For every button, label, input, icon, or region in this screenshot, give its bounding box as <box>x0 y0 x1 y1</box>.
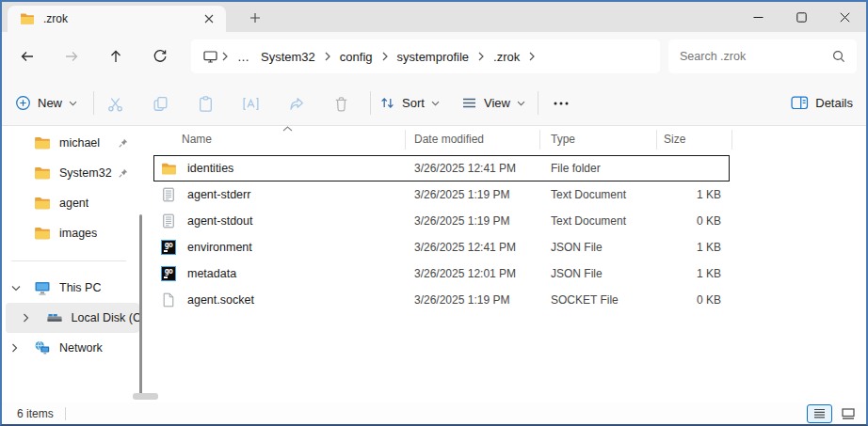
sidebar-item-local-disk-c[interactable]: Local Disk (C:) <box>6 303 139 333</box>
ellipsis-icon <box>554 102 569 105</box>
blank-file-icon <box>161 292 187 308</box>
tab-close-button[interactable] <box>200 9 218 28</box>
copy-button[interactable] <box>145 88 175 118</box>
chevron-right-icon[interactable] <box>23 313 33 323</box>
file-row-agent-socket[interactable]: agent.socket 3/26/2025 1:19 PM SOCKET Fi… <box>153 287 730 313</box>
icons-view-icon <box>842 408 855 419</box>
column-header-date-modified[interactable]: Date modified <box>414 133 484 146</box>
file-size: 1 KB <box>667 267 721 280</box>
file-name: environment <box>187 241 414 254</box>
up-button[interactable] <box>102 43 130 70</box>
sidebar-item-this-pc[interactable]: This PC <box>6 273 139 303</box>
go-app-icon: go <box>161 266 187 281</box>
trash-icon <box>332 95 350 113</box>
search-box[interactable]: Search .zrok <box>668 39 857 73</box>
details-view-toggle[interactable] <box>807 404 832 423</box>
delete-button[interactable] <box>326 88 356 118</box>
close-window-button[interactable] <box>823 2 866 32</box>
explorer-tab[interactable]: .zrok <box>8 6 226 32</box>
breadcrumb-item-systemprofile[interactable]: systemprofile <box>392 50 475 64</box>
sidebar-divider <box>11 260 126 261</box>
refresh-button[interactable] <box>146 43 174 70</box>
file-type: SOCKET File <box>551 293 667 307</box>
refresh-icon <box>152 48 169 65</box>
icons-view-toggle[interactable] <box>835 404 860 423</box>
file-date: 3/26/2025 1:19 PM <box>414 188 551 201</box>
view-button[interactable]: View <box>461 95 525 111</box>
file-date: 3/26/2025 1:19 PM <box>414 293 551 307</box>
folder-icon <box>161 161 187 177</box>
this-pc-icon[interactable] <box>202 49 218 65</box>
sidebar-item-label: agent <box>59 197 88 210</box>
file-list: Name Date modified Type Size identities … <box>143 126 866 402</box>
sort-button[interactable]: Sort <box>379 95 440 111</box>
file-row-environment[interactable]: go environment 3/26/2025 12:41 PM JSON F… <box>153 234 730 260</box>
rename-button[interactable] <box>235 88 265 118</box>
status-bar: 6 items <box>2 402 866 424</box>
minimize-button[interactable] <box>736 2 780 32</box>
file-row-identities[interactable]: identities 3/26/2025 12:41 PM File folde… <box>153 155 730 181</box>
breadcrumb-ellipsis[interactable]: … <box>232 50 255 64</box>
cut-button[interactable] <box>100 88 130 118</box>
sidebar-item-images[interactable]: images <box>6 218 139 248</box>
paste-button[interactable] <box>190 88 220 118</box>
file-date: 3/26/2025 12:01 PM <box>414 267 551 280</box>
file-row-agent-stderr[interactable]: agent-stderr 3/26/2025 1:19 PM Text Docu… <box>153 181 730 208</box>
column-separator[interactable] <box>405 130 406 150</box>
see-more-button[interactable] <box>546 88 576 118</box>
column-separator[interactable] <box>731 130 732 150</box>
chevron-down-icon[interactable] <box>11 285 23 292</box>
back-button[interactable] <box>13 43 41 70</box>
text-document-icon <box>161 213 187 229</box>
column-separator[interactable] <box>539 130 540 150</box>
chevron-right-icon[interactable] <box>11 343 23 353</box>
file-date: 3/26/2025 12:41 PM <box>414 241 551 254</box>
rename-icon <box>241 95 261 113</box>
sidebar-item-michael[interactable]: michael <box>6 128 139 158</box>
paste-icon <box>197 95 215 113</box>
folder-icon <box>34 165 51 181</box>
file-row-agent-stdout[interactable]: agent-stdout 3/26/2025 1:19 PM Text Docu… <box>153 208 730 234</box>
sidebar-item-label: System32 <box>59 166 112 180</box>
file-row-metadata[interactable]: go metadata 3/26/2025 12:01 PM JSON File… <box>153 260 730 287</box>
file-date: 3/26/2025 12:41 PM <box>414 162 551 175</box>
column-header-size[interactable]: Size <box>664 133 685 146</box>
search-placeholder: Search .zrok <box>680 50 832 63</box>
sidebar-item-agent[interactable]: agent <box>6 188 139 218</box>
breadcrumb-item-system32[interactable]: System32 <box>255 50 321 64</box>
view-button-label: View <box>484 96 510 110</box>
file-name: agent-stderr <box>187 188 414 201</box>
navigation-sidebar: michael System32 agent images This PC <box>2 126 143 402</box>
file-size: 1 KB <box>667 241 721 254</box>
content-area: michael System32 agent images This PC <box>2 126 866 402</box>
sidebar-item-label: images <box>59 227 97 240</box>
arrow-left-icon <box>19 48 36 65</box>
sidebar-item-network[interactable]: Network <box>6 333 139 363</box>
maximize-button[interactable] <box>780 2 823 32</box>
new-button[interactable]: New <box>15 95 77 111</box>
file-size: 0 KB <box>667 214 721 228</box>
breadcrumb-item-config[interactable]: config <box>334 50 378 64</box>
go-app-icon: go <box>161 240 187 255</box>
chevron-right-icon <box>218 52 232 61</box>
file-name: identities <box>187 162 414 175</box>
file-type: Text Document <box>551 214 667 228</box>
new-tab-button[interactable] <box>243 8 267 28</box>
share-button[interactable] <box>281 88 311 118</box>
breadcrumb-item-zrok[interactable]: .zrok <box>488 50 525 64</box>
column-header-name[interactable]: Name <box>182 133 212 146</box>
column-separator[interactable] <box>656 130 657 150</box>
sidebar-item-label: Local Disk (C:) <box>72 311 139 324</box>
share-icon <box>287 95 305 113</box>
file-name: agent.socket <box>187 293 414 307</box>
pin-icon <box>118 167 129 179</box>
sidebar-vertical-scrollbar[interactable] <box>139 214 142 397</box>
file-type: Text Document <box>551 188 667 201</box>
pin-icon <box>118 137 129 149</box>
sidebar-item-system32[interactable]: System32 <box>6 158 139 188</box>
forward-button[interactable] <box>57 43 86 70</box>
window-controls <box>736 2 866 32</box>
details-pane-button[interactable]: Details <box>791 96 853 110</box>
item-count: 6 items <box>17 407 54 420</box>
column-header-type[interactable]: Type <box>551 133 575 146</box>
